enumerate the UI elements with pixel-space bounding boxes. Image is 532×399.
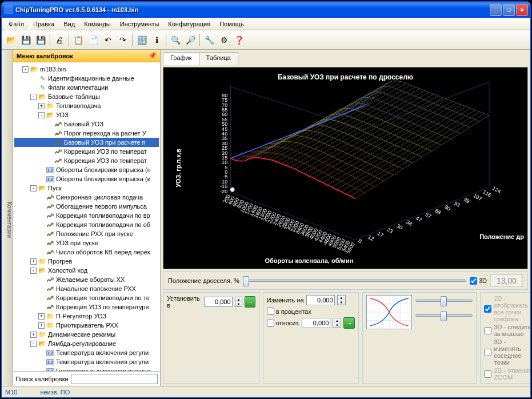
minimize-button[interactable]: _ [490, 4, 502, 16]
menu-edit[interactable]: Правка [29, 19, 59, 29]
tree-item[interactable]: Порог перехода на расчет У [14, 129, 159, 138]
tree-item[interactable]: ✎Идентификационные данные [14, 74, 159, 83]
tree-item[interactable]: Базовый УОЗ [14, 119, 159, 129]
open-button[interactable]: 📂 [4, 33, 18, 47]
tree-item[interactable]: +📁Приоткрыватель РХХ [14, 321, 159, 330]
checkbox-relative[interactable]: относит. [267, 320, 300, 327]
curve-slider-2[interactable] [415, 310, 473, 320]
tree-item[interactable]: Желаемые обороты ХХ [14, 275, 159, 284]
tree-item[interactable]: -📂Лямбда-регулирование [14, 339, 159, 348]
undo-button[interactable]: ↶ [101, 33, 115, 47]
calc-button[interactable]: 🔢 [135, 33, 149, 47]
tree-expander[interactable]: - [30, 94, 37, 100]
tree-label: Коррекция УОЗ по температ [64, 157, 147, 164]
menu-help[interactable]: Помощь [215, 19, 249, 29]
tree-expander[interactable]: - [38, 112, 45, 118]
tree-item[interactable]: -📂Пуск [14, 183, 159, 193]
tree-item[interactable]: Синхронная цикловая подача [14, 193, 159, 202]
tree-item[interactable]: 1.2Гистерезис выключения внешне [14, 366, 159, 371]
tree-item[interactable]: Обогащение первого импульса [14, 202, 159, 211]
menu-view[interactable]: Вид [59, 19, 79, 29]
tool2-button[interactable]: ⚙ [217, 33, 231, 47]
pin-icon[interactable]: 📌 [149, 52, 157, 59]
opt-2d-zoom[interactable]: 2D - отменять ZOOM [484, 367, 530, 381]
tree-item[interactable]: 1.2Температура включения регули [14, 348, 159, 357]
tree-expander[interactable]: + [38, 103, 45, 109]
side-tab-comments[interactable]: Комментарии [2, 50, 13, 386]
tree-item[interactable]: Коррекция топливоподачи по те [14, 293, 159, 302]
tree-expander[interactable]: - [30, 268, 37, 274]
search-input[interactable] [71, 374, 158, 384]
opt-3d-follow[interactable]: 3D - следить за мышью [484, 324, 530, 337]
tree-item[interactable]: Коррекция УОЗ по температ [14, 156, 159, 165]
set-go-button[interactable]: → [245, 296, 255, 308]
tree-item[interactable]: +📁Динамические режимы [14, 330, 159, 339]
menu-tools[interactable]: Инструменты [115, 19, 164, 29]
calibration-tree[interactable]: -📂m103.bin✎Идентификационные данные✎Флаг… [13, 62, 160, 371]
paste-button[interactable]: 📄 [86, 33, 100, 47]
menu-file[interactable]: Файл [4, 19, 29, 29]
tree-expander[interactable]: + [30, 332, 37, 338]
tree-item[interactable]: Коррекция топливоподачи по вр [14, 211, 159, 220]
change-spinner[interactable]: ▲▼ [337, 295, 346, 305]
tree-expander[interactable]: + [30, 258, 37, 265]
info-button[interactable]: ℹ [150, 33, 163, 47]
save-button[interactable]: 💾 [19, 33, 33, 47]
menu-commands[interactable]: Команды [79, 19, 115, 29]
tree-expander[interactable]: - [22, 66, 29, 73]
opt-2d-allpoints[interactable]: 2D - отображать все точки графика [484, 295, 530, 322]
tree-expander [38, 176, 45, 182]
curve-slider-1[interactable] [415, 295, 473, 305]
tree-item[interactable]: +📁Прогрев [14, 257, 159, 266]
tree-item[interactable]: +📁П-Регулятор УОЗ [14, 312, 159, 321]
tree-item[interactable]: 1.2Обороты блокировки впрыска (к [14, 174, 159, 183]
redo-button[interactable]: ↷ [116, 33, 130, 47]
tree-item[interactable]: -📂m103.bin [14, 65, 159, 74]
tool1-button[interactable]: 🔧 [202, 33, 216, 47]
svg-text:30: 30 [395, 223, 403, 231]
print-button[interactable]: 🖨 [53, 33, 66, 47]
change-go-button[interactable]: → [343, 317, 355, 329]
tree-item[interactable]: Базовый УОЗ при расчете п [14, 138, 159, 147]
tree-item[interactable]: УОЗ при пуске [14, 238, 159, 248]
chart-3d[interactable]: Базовый УОЗ при расчете по дросселю УОЗ,… [163, 67, 528, 269]
tree-item[interactable]: Коррекция УОЗ по температ [14, 147, 159, 156]
checkbox-percent[interactable]: в процентах [267, 308, 311, 315]
tree-item[interactable]: 1.2Температура включения регули [14, 357, 159, 366]
tree-item[interactable]: Положение РХХ при пуске [14, 229, 159, 238]
help-button[interactable]: ❓ [232, 33, 246, 47]
tree-item[interactable]: +📁Топливоподача [14, 101, 159, 110]
tree-item[interactable]: Число оборотов КВ перед перех [14, 248, 159, 257]
saveas-button[interactable]: 💾 [34, 33, 47, 47]
set-input[interactable] [204, 297, 233, 307]
tree-label: Коррекция УОЗ по температ [64, 148, 147, 155]
set-spinner[interactable]: ▲▼ [235, 297, 243, 307]
tree-expander[interactable]: + [38, 313, 45, 320]
tree-item[interactable]: -📂УОЗ [14, 110, 159, 119]
checkbox-3d[interactable]: 3D [470, 277, 487, 285]
zoom-button[interactable]: 🔍 [169, 33, 182, 47]
close-button[interactable]: × [516, 4, 528, 16]
search-button[interactable]: 🔎 [183, 33, 197, 47]
tree-expander[interactable]: + [38, 322, 45, 329]
tree-item[interactable]: 1.2Обороты блокировки впрыска (н [14, 165, 159, 174]
tree-item[interactable]: Начальное положение РХХ [14, 284, 159, 293]
maximize-button[interactable]: □ [503, 4, 515, 16]
tree-item[interactable]: ✎Флаги комплектации [14, 83, 159, 92]
copy-button[interactable]: 📋 [71, 33, 85, 47]
tree-expander[interactable]: - [30, 341, 37, 347]
opt-3d-neighbors[interactable]: 3D - изменять соседние точки [484, 338, 530, 366]
checkbox-3d-input[interactable] [470, 277, 477, 285]
relative-spinner[interactable]: ▲▼ [333, 318, 341, 328]
throttle-slider[interactable] [243, 275, 466, 286]
tree-item[interactable]: -📂Базовые таблицы [14, 92, 159, 101]
change-input[interactable] [306, 295, 335, 305]
tab-table[interactable]: Таблица [199, 52, 238, 65]
menu-config[interactable]: Конфигурация [163, 19, 215, 29]
relative-input[interactable] [302, 318, 330, 328]
tree-item[interactable]: Коррекция УОЗ по температуре [14, 302, 159, 312]
tab-chart[interactable]: График [163, 52, 199, 65]
tree-item[interactable]: -📂Холостой ход [14, 266, 159, 275]
tree-expander[interactable]: - [30, 185, 37, 191]
tree-item[interactable]: Коррекция топливоподачи по об [14, 220, 159, 229]
